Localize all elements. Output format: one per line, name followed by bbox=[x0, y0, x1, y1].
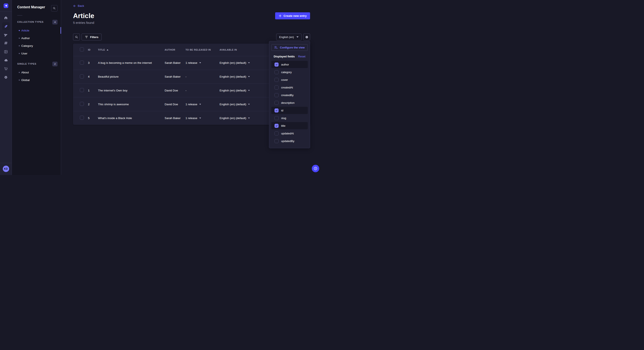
field-checkbox[interactable] bbox=[274, 116, 278, 120]
displayed-fields-label: Displayed fields bbox=[274, 55, 295, 58]
strapi-logo-glyph bbox=[4, 4, 8, 7]
field-toggle-row[interactable]: updatedBy bbox=[271, 137, 308, 145]
row-checkbox[interactable] bbox=[80, 88, 84, 92]
search-icon bbox=[75, 35, 78, 39]
reset-link[interactable]: Reset bbox=[298, 55, 306, 58]
field-label: author bbox=[281, 63, 289, 66]
field-toggle-row[interactable]: description bbox=[271, 99, 308, 106]
back-arrow-icon bbox=[73, 4, 76, 7]
subnav-item[interactable]: About bbox=[12, 68, 61, 76]
field-checkbox[interactable] bbox=[274, 139, 278, 143]
content-type-builder-icon[interactable] bbox=[2, 48, 10, 55]
field-toggle-row[interactable]: createdBy bbox=[271, 91, 308, 99]
field-toggle-row[interactable]: cover bbox=[271, 76, 308, 83]
configure-view-button[interactable]: Configure the view bbox=[271, 44, 308, 51]
create-new-entry-button[interactable]: Create new entry bbox=[275, 12, 310, 19]
subnav-item-label: User bbox=[21, 52, 28, 55]
cell-author: Sarah Baker bbox=[164, 61, 186, 64]
field-checkbox[interactable] bbox=[274, 70, 278, 74]
page-title: Article bbox=[73, 12, 94, 20]
column-header-author[interactable]: AUTHOR bbox=[164, 48, 186, 51]
table-search-button[interactable] bbox=[73, 34, 80, 40]
user-avatar[interactable]: KD bbox=[3, 166, 9, 172]
strapi-logo[interactable] bbox=[4, 3, 8, 8]
chevron-down-icon bbox=[248, 76, 250, 77]
subnav-item[interactable]: Author bbox=[12, 34, 61, 42]
search-icon bbox=[53, 7, 56, 10]
column-header-released[interactable]: TO BE RELEASED IN bbox=[186, 48, 220, 51]
field-checkbox[interactable] bbox=[274, 124, 278, 128]
media-library-icon[interactable] bbox=[2, 39, 10, 47]
field-toggle-row[interactable]: createdAt bbox=[271, 84, 308, 91]
cloud-icon[interactable] bbox=[2, 56, 10, 64]
field-toggle-row[interactable]: id bbox=[271, 107, 308, 114]
subnav: Content Manager COLLECTION TYPES 4 Artic… bbox=[12, 0, 61, 175]
view-settings-gear-button[interactable] bbox=[303, 34, 310, 40]
cell-author: Sarah Baker bbox=[164, 117, 186, 120]
cell-released[interactable]: - bbox=[186, 89, 220, 92]
collection-types-list: Article Author Category User bbox=[12, 26, 61, 57]
subnav-item[interactable]: Category bbox=[12, 42, 61, 49]
cell-released[interactable]: 1 release bbox=[186, 117, 220, 120]
field-label: slug bbox=[281, 117, 286, 120]
row-checkbox[interactable] bbox=[80, 74, 84, 78]
home-icon[interactable] bbox=[2, 14, 10, 21]
field-toggle-row[interactable]: author bbox=[271, 61, 308, 68]
help-button[interactable]: ? bbox=[312, 165, 319, 172]
field-label: createdBy bbox=[281, 94, 294, 97]
subnav-item[interactable]: Global bbox=[12, 76, 61, 84]
view-settings-popover: Configure the view Displayed fields Rese… bbox=[269, 41, 310, 148]
nav-bottom-divider bbox=[0, 163, 12, 163]
subnav-search-button[interactable] bbox=[51, 5, 58, 11]
cell-id: 5 bbox=[88, 117, 98, 120]
section-count-badge: 2 bbox=[52, 62, 58, 66]
field-checkbox[interactable] bbox=[274, 108, 278, 113]
filter-icon bbox=[85, 36, 88, 38]
column-header-title[interactable]: TITLE bbox=[98, 48, 164, 51]
field-toggle-row[interactable]: category bbox=[271, 68, 308, 76]
fields-list: author category cover bbox=[271, 61, 308, 145]
cell-id: 4 bbox=[88, 75, 98, 78]
cell-released[interactable]: 1 release bbox=[186, 103, 220, 106]
single-types-section: SINGLE TYPES 2 About Global bbox=[12, 62, 61, 84]
chevron-down-icon bbox=[248, 90, 250, 91]
cell-title: A bug is becoming a meme on the internet bbox=[98, 61, 164, 64]
settings-gear-icon[interactable] bbox=[2, 73, 10, 81]
field-toggle-row[interactable]: updatedAt bbox=[271, 130, 308, 137]
chevron-down-icon bbox=[248, 62, 250, 63]
subnav-divider bbox=[17, 15, 22, 15]
subnav-item[interactable]: User bbox=[12, 49, 61, 57]
cell-author: David Doe bbox=[164, 89, 186, 92]
send-plane-icon[interactable] bbox=[2, 31, 10, 38]
field-checkbox[interactable] bbox=[274, 62, 278, 67]
entries-count: 5 entries found bbox=[73, 21, 94, 24]
field-checkbox[interactable] bbox=[274, 93, 278, 97]
field-checkbox[interactable] bbox=[274, 78, 278, 82]
marketplace-cart-icon[interactable] bbox=[2, 65, 10, 72]
field-checkbox[interactable] bbox=[274, 101, 278, 105]
field-toggle-row[interactable]: title bbox=[271, 122, 308, 129]
bullet-icon bbox=[19, 30, 20, 31]
column-header-id[interactable]: ID bbox=[88, 48, 98, 51]
subnav-title: Content Manager bbox=[17, 5, 45, 9]
row-checkbox[interactable] bbox=[80, 102, 84, 106]
select-all-checkbox[interactable] bbox=[80, 47, 84, 51]
field-checkbox[interactable] bbox=[274, 85, 278, 90]
chevron-down-icon bbox=[296, 36, 298, 38]
subnav-item-label: Category bbox=[21, 44, 33, 47]
cell-released[interactable]: 1 release bbox=[186, 61, 220, 64]
back-link[interactable]: Back bbox=[73, 4, 84, 7]
locale-select[interactable]: English (en) bbox=[276, 34, 302, 40]
filters-button[interactable]: Filters bbox=[82, 34, 102, 40]
cell-released[interactable]: - bbox=[186, 75, 220, 78]
chevron-down-icon bbox=[248, 118, 250, 119]
subnav-item[interactable]: Article bbox=[12, 26, 61, 34]
field-checkbox[interactable] bbox=[274, 131, 278, 136]
cell-author: Sarah Baker bbox=[164, 75, 186, 78]
nav-divider bbox=[0, 11, 12, 12]
row-checkbox[interactable] bbox=[80, 116, 84, 120]
row-checkbox[interactable] bbox=[80, 61, 84, 65]
content-manager-icon[interactable] bbox=[2, 22, 10, 30]
section-label: SINGLE TYPES bbox=[17, 62, 36, 65]
field-toggle-row[interactable]: slug bbox=[271, 114, 308, 122]
